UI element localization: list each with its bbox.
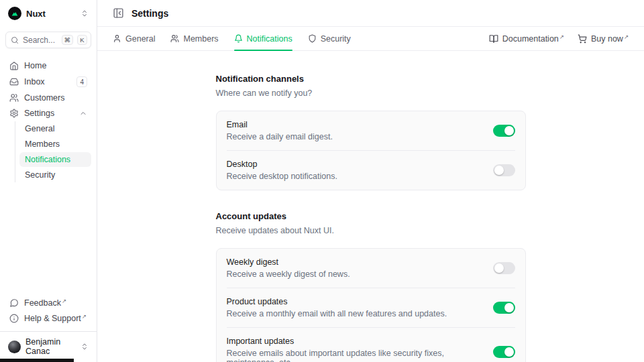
shopping-cart-icon	[578, 34, 587, 44]
page-header: Settings	[97, 0, 644, 27]
sidebar-item-customers[interactable]: Customers	[5, 90, 91, 105]
user-avatar	[8, 341, 21, 353]
section-account-updates: Account updates Receive updates about Nu…	[216, 211, 526, 362]
window-edge-artifact	[0, 359, 74, 362]
section-subtitle: Where can we notify you?	[216, 88, 526, 98]
tab-notifications[interactable]: Notifications	[234, 27, 292, 50]
user-menu[interactable]: Benjamin Canac	[5, 332, 91, 362]
chevrons-up-down-icon	[80, 343, 89, 351]
setting-text: Product updates Receive a monthly email …	[227, 297, 484, 318]
kbd-cmd: ⌘	[62, 35, 74, 45]
sidebar-item-members[interactable]: Members	[19, 137, 91, 152]
setting-title: Email	[227, 120, 484, 129]
section-subtitle: Receive updates about Nuxt UI.	[216, 226, 526, 235]
sidebar: Nuxt Search... ⌘ K Home	[0, 0, 97, 362]
sidebar-nav: Home Inbox 4 Customers Settings	[5, 58, 91, 182]
settings-content: Notification channels Where can we notif…	[97, 51, 644, 362]
external-link-icon: ↗	[559, 34, 564, 40]
workspace-name: Nuxt	[26, 9, 76, 19]
nuxt-logo-icon	[8, 7, 21, 20]
chevron-up-icon	[79, 109, 87, 117]
tabbar-actions: Documentation↗ Buy now↗	[489, 27, 629, 50]
setting-description: Receive a monthly email with all new fea…	[227, 309, 484, 318]
buy-now-link[interactable]: Buy now↗	[578, 34, 629, 44]
sidebar-item-home[interactable]: Home	[5, 58, 91, 73]
feedback-label: Feedback↗	[24, 298, 87, 308]
setting-row-desktop: Desktop Receive desktop notifications.	[217, 151, 525, 190]
settings-column: Notification channels Where can we notif…	[216, 51, 526, 362]
app-window: Nuxt Search... ⌘ K Home	[0, 0, 644, 362]
external-link-icon: ↗	[624, 34, 629, 40]
setting-description: Receive desktop notifications.	[227, 172, 484, 181]
setting-description: Receive emails about important updates l…	[227, 349, 484, 362]
email-toggle[interactable]	[493, 125, 515, 137]
home-icon	[9, 61, 19, 70]
toggle-knob	[504, 126, 514, 135]
setting-row-weekly-digest: Weekly digest Receive a weekly digest of…	[217, 249, 525, 288]
sidebar-spacer	[5, 182, 91, 286]
sidebar-item-label: Customers	[24, 93, 87, 103]
sidebar-item-inbox[interactable]: Inbox 4	[5, 74, 91, 90]
tab-members[interactable]: Members	[170, 27, 218, 50]
setting-text: Weekly digest Receive a weekly digest of…	[227, 257, 484, 279]
tab-label: General	[125, 34, 155, 44]
tab-label: Security	[321, 34, 351, 44]
tab-label: Notifications	[247, 34, 292, 44]
desktop-toggle[interactable]	[493, 164, 515, 176]
shield-icon	[308, 34, 317, 43]
toggle-knob	[504, 347, 514, 357]
toggle-knob	[494, 263, 504, 273]
setting-title: Desktop	[227, 160, 484, 169]
user-name: Benjamin Canac	[25, 337, 76, 356]
sidebar-item-security[interactable]: Security	[19, 168, 91, 182]
sidebar-item-label: Settings	[24, 109, 74, 118]
user-icon	[113, 34, 121, 43]
setting-text: Email Receive a daily email digest.	[227, 120, 484, 141]
chevrons-up-down-icon	[80, 9, 89, 17]
setting-title: Product updates	[227, 297, 484, 306]
sidebar-item-general[interactable]: General	[19, 121, 91, 136]
search-icon	[11, 36, 19, 44]
sidebar-item-label: Inbox	[24, 77, 71, 86]
users-icon	[170, 34, 179, 43]
sidebar-item-notifications[interactable]: Notifications	[19, 152, 91, 167]
setting-description: Receive a weekly digest of news.	[227, 269, 484, 279]
search-placeholder: Search...	[23, 36, 58, 45]
tab-security[interactable]: Security	[308, 27, 351, 50]
settings-card: Email Receive a daily email digest. Desk…	[216, 111, 526, 190]
message-circle-icon	[9, 298, 19, 308]
help-support-link[interactable]: Help & Support↗	[5, 311, 91, 326]
sidebar-item-settings[interactable]: Settings	[5, 106, 91, 121]
documentation-link[interactable]: Documentation↗	[489, 34, 564, 44]
gear-icon	[9, 109, 19, 118]
sidebar-footer-links: Feedback↗ Help & Support↗	[5, 296, 91, 326]
bell-icon	[234, 34, 243, 43]
tab-label: Members	[183, 34, 218, 44]
sidebar-item-label: Home	[24, 61, 87, 70]
setting-description: Receive a daily email digest.	[227, 132, 484, 141]
setting-title: Important updates	[227, 337, 484, 346]
feedback-link[interactable]: Feedback↗	[5, 296, 91, 310]
main-panel: Settings General Members Notifications	[97, 0, 644, 362]
info-circle-icon	[9, 314, 19, 323]
tab-general[interactable]: General	[113, 27, 155, 50]
setting-title: Weekly digest	[227, 257, 484, 267]
setting-text: Desktop Receive desktop notifications.	[227, 160, 484, 181]
users-icon	[9, 93, 19, 103]
setting-text: Important updates Receive emails about i…	[227, 337, 484, 362]
section-title: Account updates	[216, 211, 526, 221]
search-input[interactable]: Search... ⌘ K	[5, 32, 91, 48]
buy-now-label: Buy now↗	[591, 34, 629, 44]
important-updates-toggle[interactable]	[493, 346, 515, 358]
settings-card: Weekly digest Receive a weekly digest of…	[216, 248, 526, 362]
section-title: Notification channels	[216, 74, 526, 84]
product-updates-toggle[interactable]	[493, 302, 515, 314]
kbd-k: K	[77, 35, 87, 45]
weekly-digest-toggle[interactable]	[493, 262, 515, 274]
workspace-switcher[interactable]: Nuxt	[5, 5, 91, 21]
toggle-knob	[494, 166, 504, 175]
collapse-sidebar-button[interactable]	[113, 7, 124, 19]
external-link-icon: ↗	[82, 313, 87, 320]
help-support-label: Help & Support↗	[24, 314, 87, 323]
settings-tabbar: General Members Notifications Security	[97, 27, 644, 51]
